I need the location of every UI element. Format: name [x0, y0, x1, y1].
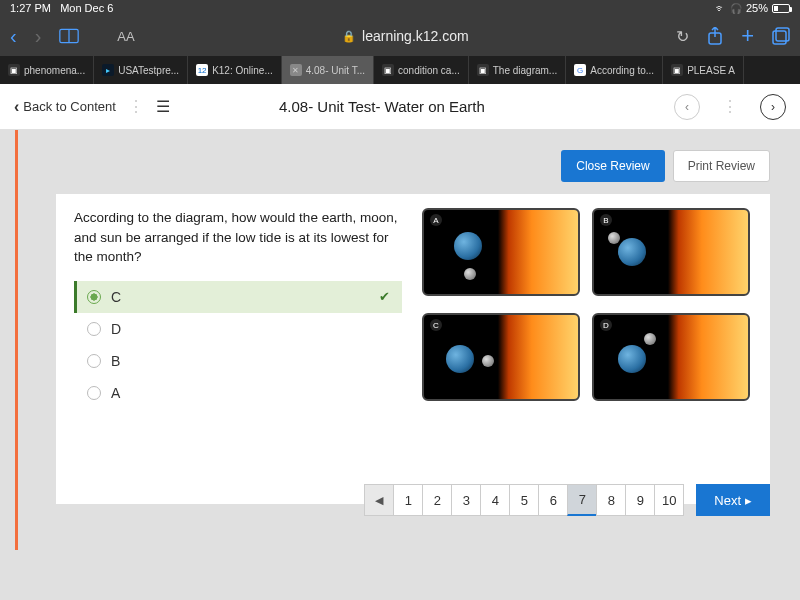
- favicon-icon: ▣: [382, 64, 394, 76]
- browser-toolbar: ‹ › AA 🔒 learning.k12.com ↻ +: [0, 16, 800, 56]
- moon-icon: [482, 355, 494, 367]
- reload-icon[interactable]: ↻: [676, 27, 689, 46]
- answer-option[interactable]: D: [74, 313, 402, 345]
- diagram-option[interactable]: D: [592, 313, 750, 401]
- page-number[interactable]: 4: [480, 484, 510, 516]
- browser-tab[interactable]: ▣The diagram...: [469, 56, 566, 84]
- tabs-bar: ▣phenomena...▸USATestpre...12K12: Online…: [0, 56, 800, 84]
- content-header: ‹ Back to Content ⋮ ☰ 4.08- Unit Test- W…: [0, 84, 800, 130]
- svg-rect-5: [776, 28, 789, 41]
- diagram-label: D: [600, 319, 612, 331]
- prev-question-button[interactable]: ‹: [674, 94, 700, 120]
- check-icon: ✔: [379, 289, 390, 304]
- answer-options: C✔DBA: [74, 281, 402, 409]
- question-text: According to the diagram, how would the …: [74, 208, 402, 267]
- diagram-option[interactable]: B: [592, 208, 750, 296]
- favicon-icon: G: [574, 64, 586, 76]
- page-number[interactable]: 8: [596, 484, 626, 516]
- status-date: Mon Dec 6: [60, 2, 113, 14]
- favicon-icon: ▣: [671, 64, 683, 76]
- page-number[interactable]: 6: [538, 484, 568, 516]
- share-icon[interactable]: [707, 27, 723, 45]
- tab-label: USATestpre...: [118, 65, 179, 76]
- workspace: Close Review Print Review According to t…: [0, 130, 800, 600]
- page-number[interactable]: 3: [451, 484, 481, 516]
- earth-icon: [454, 232, 482, 260]
- browser-tab[interactable]: ▣phenomena...: [0, 56, 94, 84]
- earth-icon: [618, 345, 646, 373]
- new-tab-icon[interactable]: +: [741, 23, 754, 49]
- url-bar[interactable]: 🔒 learning.k12.com: [153, 28, 658, 44]
- status-bar: 1:27 PM Mon Dec 6 ᯤ 🎧 25%: [0, 0, 800, 16]
- back-icon[interactable]: ‹: [10, 25, 17, 48]
- text-size-control[interactable]: AA: [117, 29, 134, 44]
- review-buttons: Close Review Print Review: [22, 150, 800, 182]
- earth-icon: [618, 238, 646, 266]
- accent-rule: [15, 130, 18, 550]
- page-number[interactable]: 9: [625, 484, 655, 516]
- diagram-option[interactable]: C: [422, 313, 580, 401]
- print-review-button[interactable]: Print Review: [673, 150, 770, 182]
- status-right: ᯤ 🎧 25%: [715, 2, 790, 14]
- nav-arrows: ‹ ›: [10, 25, 41, 48]
- forward-icon: ›: [35, 25, 42, 48]
- tab-label: K12: Online...: [212, 65, 273, 76]
- moon-icon: [608, 232, 620, 244]
- browser-tab[interactable]: 12K12: Online...: [188, 56, 282, 84]
- answer-option[interactable]: C✔: [74, 281, 402, 313]
- tab-label: 4.08- Unit T...: [306, 65, 365, 76]
- battery-pct: 25%: [746, 2, 768, 14]
- browser-tab[interactable]: GAccording to...: [566, 56, 663, 84]
- tab-label: phenomena...: [24, 65, 85, 76]
- next-question-button[interactable]: ›: [760, 94, 786, 120]
- diagram-grid: ABCD: [422, 208, 752, 409]
- option-label: D: [111, 321, 121, 337]
- browser-tab[interactable]: ▣PLEASE A: [663, 56, 744, 84]
- tabs-icon[interactable]: [772, 27, 790, 45]
- diagram-label: A: [430, 214, 442, 226]
- browser-tab[interactable]: ▣condition ca...: [374, 56, 469, 84]
- answer-option[interactable]: A: [74, 377, 402, 409]
- favicon-icon: ✕: [290, 64, 302, 76]
- diagram-option[interactable]: A: [422, 208, 580, 296]
- tab-label: The diagram...: [493, 65, 557, 76]
- page-number[interactable]: 7: [567, 484, 597, 516]
- page-number[interactable]: 5: [509, 484, 539, 516]
- pager: ◀ 12345678910 Next ▸: [364, 484, 770, 516]
- toolbar-right: +: [707, 23, 790, 49]
- radio-icon: [87, 354, 101, 368]
- favicon-icon: ▣: [8, 64, 20, 76]
- close-review-button[interactable]: Close Review: [561, 150, 664, 182]
- earth-icon: [446, 345, 474, 373]
- svg-rect-4: [773, 31, 786, 44]
- url-host: learning.k12.com: [362, 28, 469, 44]
- page-number[interactable]: 1: [393, 484, 423, 516]
- caret-right-icon: ▸: [745, 493, 752, 508]
- tab-label: condition ca...: [398, 65, 460, 76]
- vertical-dots-icon-2[interactable]: ⋮: [722, 97, 738, 116]
- radio-icon: [87, 290, 101, 304]
- headphones-icon: 🎧: [730, 3, 742, 14]
- favicon-icon: 12: [196, 64, 208, 76]
- browser-tab[interactable]: ✕4.08- Unit T...: [282, 56, 374, 84]
- option-label: B: [111, 353, 120, 369]
- lock-icon: 🔒: [342, 30, 356, 43]
- page-title: 4.08- Unit Test- Water on Earth: [90, 98, 674, 115]
- answer-option[interactable]: B: [74, 345, 402, 377]
- battery-icon: [772, 4, 790, 13]
- browser-tab[interactable]: ▸USATestpre...: [94, 56, 188, 84]
- page-number[interactable]: 2: [422, 484, 452, 516]
- option-label: A: [111, 385, 120, 401]
- chevron-left-icon: ‹: [14, 98, 19, 116]
- pager-prev-button[interactable]: ◀: [364, 484, 394, 516]
- status-left: 1:27 PM Mon Dec 6: [10, 2, 113, 14]
- radio-icon: [87, 386, 101, 400]
- option-label: C: [111, 289, 121, 305]
- page-number-group: ◀ 12345678910: [364, 484, 684, 516]
- wifi-icon: ᯤ: [715, 2, 726, 14]
- pager-next-button[interactable]: Next ▸: [696, 484, 770, 516]
- tab-label: According to...: [590, 65, 654, 76]
- bookmarks-icon[interactable]: [59, 28, 79, 44]
- diagram-label: B: [600, 214, 612, 226]
- page-number[interactable]: 10: [654, 484, 684, 516]
